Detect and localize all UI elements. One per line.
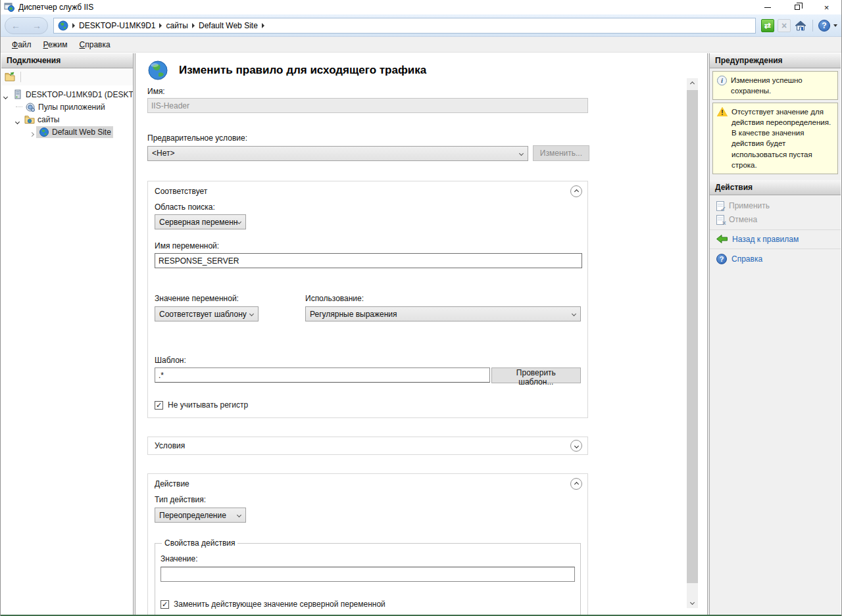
minimize-icon <box>764 7 771 8</box>
help-dropdown-icon[interactable] <box>833 24 837 27</box>
using-value: Регулярные выражения <box>310 310 572 319</box>
name-label: Имя: <box>147 87 589 96</box>
back-to-rules-link[interactable]: Назад к правилам <box>710 233 841 246</box>
help-link[interactable]: ? Справка <box>710 252 841 266</box>
breadcrumb-sites[interactable]: сайты <box>166 21 188 30</box>
action-properties-legend: Свойства действия <box>162 538 237 548</box>
address-bar[interactable]: DESKTOP-U1MK9D1 сайты Default Web Site <box>53 18 756 34</box>
variable-value-label: Значение переменной: <box>155 294 305 303</box>
feature-globe-icon <box>147 60 168 81</box>
site-globe-icon <box>39 127 49 137</box>
menu-help[interactable]: Справка <box>74 38 116 51</box>
vertical-scrollbar[interactable] <box>687 78 698 608</box>
expand-section-button[interactable] <box>570 440 582 452</box>
tree-item-label: сайты <box>37 115 60 124</box>
scroll-up-button[interactable] <box>687 78 698 89</box>
tree-item-label: DESKTOP-U1MK9D1 (DESKTOP <box>26 90 133 99</box>
match-section-title: Соответствует <box>155 187 207 196</box>
breadcrumb-arrow-icon[interactable] <box>72 23 75 28</box>
ignore-case-label: Не учитывать регистр <box>168 400 248 410</box>
breadcrumb-arrow-icon[interactable] <box>159 23 162 28</box>
conditions-section-header: Условия <box>148 437 587 452</box>
menu-view[interactable]: Режим <box>37 38 74 51</box>
replace-row: ✓ Заменить действующее значение серверно… <box>161 600 575 609</box>
alerts-header: Предупреждения <box>710 53 841 68</box>
action-type-select[interactable]: Переопределение <box>155 508 246 523</box>
pattern-label: Шаблон: <box>155 356 581 365</box>
collapse-section-button[interactable] <box>570 478 582 490</box>
using-select[interactable]: Регулярные выражения <box>305 306 581 321</box>
chevron-down-icon <box>572 312 576 316</box>
pattern-field[interactable] <box>155 367 490 383</box>
variable-value-value: Соответствует шаблону <box>159 310 250 319</box>
actions-list: ✓ Применить × Отмена Назад к правилам ? <box>710 195 841 270</box>
value-field[interactable] <box>161 567 575 582</box>
breadcrumb-arrow-icon[interactable] <box>262 23 264 28</box>
conditions-section: Условия <box>147 437 588 455</box>
collapse-expander-icon[interactable] <box>16 116 22 122</box>
forward-button[interactable]: → <box>32 20 41 31</box>
action-type-label: Тип действия: <box>155 495 581 504</box>
menu-bar: Файл Режим Справка <box>1 37 841 53</box>
actions-separator <box>710 249 841 249</box>
apply-button[interactable]: ✓ Применить <box>710 199 841 213</box>
breadcrumb-default-web-site[interactable]: Default Web Site <box>199 21 258 30</box>
scrollbar-thumb[interactable] <box>687 90 698 583</box>
sites-folder-icon <box>24 114 35 125</box>
collapse-expander-icon[interactable] <box>4 91 10 97</box>
connections-toolbar-separator <box>20 72 21 82</box>
name-field[interactable] <box>147 98 588 113</box>
collapse-section-button[interactable] <box>570 185 582 197</box>
action-section: Действие Тип действия: Переопределение С… <box>147 473 588 615</box>
ignore-case-row: ✓ Не учитывать регистр <box>155 400 581 410</box>
test-pattern-button[interactable]: Проверить шаблон... <box>491 367 581 383</box>
alert-warning: ! Отсутствует значение для действия пере… <box>712 103 838 174</box>
minimize-button[interactable] <box>753 0 782 14</box>
cancel-button[interactable]: × Отмена <box>710 213 841 227</box>
replace-checkbox[interactable]: ✓ <box>161 600 169 609</box>
close-button[interactable]: × <box>812 0 841 14</box>
scroll-down-button[interactable] <box>687 597 698 608</box>
chevron-down-icon <box>237 220 241 224</box>
help-icon[interactable]: ? <box>818 20 830 32</box>
menu-file[interactable]: Файл <box>6 38 37 51</box>
restart-icon[interactable]: ⇄ <box>761 19 774 32</box>
check-icon: ✓ <box>156 401 162 410</box>
variable-value-row: Соответствует шаблону Регулярные выражен… <box>155 306 581 321</box>
alert-info: i Изменения успешно сохранены. <box>712 71 838 100</box>
scope-label: Область поиска: <box>155 202 581 212</box>
breadcrumb-server[interactable]: DESKTOP-U1MK9D1 <box>79 21 155 30</box>
edit-precondition-button[interactable]: Изменить... <box>533 145 589 161</box>
stop-icon[interactable]: × <box>778 19 791 32</box>
tree-item-server[interactable]: DESKTOP-U1MK9D1 (DESKTOP <box>1 88 133 101</box>
create-connection-icon[interactable] <box>5 72 16 82</box>
window-controls: × <box>753 0 841 14</box>
ignore-case-checkbox[interactable]: ✓ <box>155 401 163 410</box>
action-section-header: Действие <box>148 474 587 490</box>
variable-name-field[interactable] <box>155 253 582 268</box>
breadcrumb-arrow-icon[interactable] <box>192 23 195 28</box>
using-label: Использование: <box>305 294 364 303</box>
variable-value-row-labels: Значение переменной: Использование: <box>155 294 581 303</box>
tree-item-app-pools[interactable]: Пулы приложений <box>1 101 133 113</box>
toolbar-separator <box>812 20 813 32</box>
restore-button[interactable] <box>782 0 812 14</box>
actions-separator <box>710 229 841 230</box>
conditions-section-title: Условия <box>155 441 185 450</box>
tree-guide <box>16 107 22 107</box>
tree-item-sites[interactable]: сайты <box>1 113 133 126</box>
selected-tree-item[interactable]: Default Web Site <box>36 126 113 138</box>
scope-select[interactable]: Серверная переменн <box>155 214 246 229</box>
replace-label: Заменить действующее значение серверной … <box>174 600 385 609</box>
warning-icon: ! <box>717 107 728 117</box>
precondition-select[interactable]: <Нет> <box>147 146 528 161</box>
tree-item-default-web-site[interactable]: Default Web Site <box>1 126 133 138</box>
connections-toolbar <box>1 68 133 85</box>
alert-warning-text: Отсутствует значение для действия переоп… <box>731 107 833 170</box>
home-icon[interactable] <box>794 20 807 32</box>
apply-label: Применить <box>729 201 770 210</box>
collapse-expander-icon[interactable] <box>30 129 36 135</box>
back-button[interactable]: ← <box>11 20 20 31</box>
variable-value-select[interactable]: Соответствует шаблону <box>155 306 259 321</box>
action-section-body: Тип действия: Переопределение Свойства д… <box>148 495 587 615</box>
